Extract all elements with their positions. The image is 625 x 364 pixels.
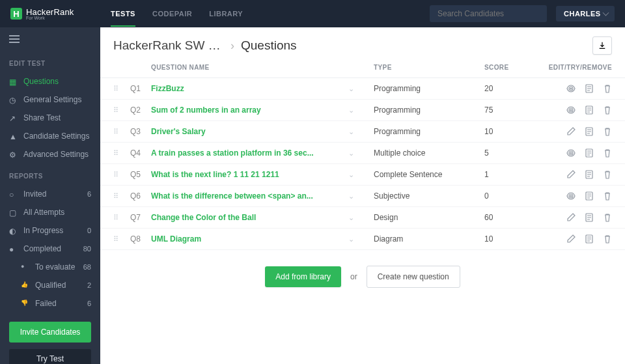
table-row: ⠿ Q3 Driver's Salary ⌄ Programming 10 [100, 121, 625, 143]
search-input[interactable] [430, 5, 547, 22]
download-button[interactable] [592, 36, 612, 55]
sidebar-icon: ● [21, 263, 29, 271]
edit-icon[interactable] [566, 127, 576, 136]
sidebar-subitem-to evaluate[interactable]: ● To evaluate 68 [0, 258, 100, 276]
sidebar-item-in progress[interactable]: ◐ In Progress 0 [0, 221, 100, 240]
chevron-down-icon[interactable]: ⌄ [348, 149, 354, 158]
chevron-down-icon[interactable]: ⌄ [348, 85, 354, 93]
invite-candidates-button[interactable]: Invite Candidates [9, 322, 91, 343]
trash-icon[interactable] [603, 127, 612, 136]
table-row: ⠿ Q1 FizzBuzz ⌄ Programming 20 [100, 78, 625, 100]
trash-icon[interactable] [603, 84, 612, 93]
drag-handle-icon[interactable]: ⠿ [113, 149, 122, 158]
try-icon[interactable] [585, 105, 594, 115]
chevron-down-icon[interactable]: ⌄ [348, 128, 354, 136]
sidebar-item-general settings[interactable]: ◷ General Settings [0, 91, 100, 109]
view-icon[interactable] [566, 105, 576, 115]
try-icon[interactable] [585, 170, 594, 179]
table-row: ⠿ Q8 UML Diagram ⌄ Diagram 10 [100, 229, 625, 250]
create-new-question-button[interactable]: Create new question [367, 266, 460, 288]
sidebar-item-count: 80 [83, 245, 91, 253]
logo[interactable]: H HackerRank For Work [10, 7, 100, 20]
question-name-link[interactable]: What is the next line? 1 11 21 1211 [151, 170, 279, 179]
nav-tab-tests[interactable]: TESTS [111, 1, 135, 27]
sidebar-item-advanced settings[interactable]: ⚙ Advanced Settings [0, 145, 100, 163]
drag-handle-icon[interactable]: ⠿ [113, 85, 122, 93]
question-name-link[interactable]: UML Diagram [151, 234, 201, 244]
question-name-link[interactable]: Driver's Salary [151, 127, 206, 136]
breadcrumb: HackerRank SW Chal... › Questions [100, 27, 625, 64]
drag-handle-icon[interactable]: ⠿ [113, 128, 122, 136]
header-actions: EDIT/TRY/REMOVE [531, 64, 612, 71]
edit-icon[interactable] [566, 234, 576, 244]
try-test-button[interactable]: Try Test [9, 349, 91, 364]
sidebar-item-label: Advanced Settings [23, 150, 91, 159]
chevron-down-icon[interactable]: ⌄ [348, 214, 354, 222]
drag-handle-icon[interactable]: ⠿ [113, 171, 122, 179]
nav-tab-codepair[interactable]: CODEPAIR [152, 1, 192, 27]
try-icon[interactable] [585, 148, 594, 158]
question-name-link[interactable]: Sum of 2 numbers in an array [151, 105, 261, 115]
question-type: Programming [374, 127, 484, 136]
hamburger-icon[interactable] [0, 27, 23, 51]
user-menu[interactable]: CHARLES [556, 6, 615, 21]
question-score: 5 [484, 148, 531, 158]
breadcrumb-test-name[interactable]: HackerRank SW Chal... [113, 38, 224, 53]
sidebar-item-count: 68 [83, 263, 91, 271]
try-icon[interactable] [585, 84, 594, 93]
table-row: ⠿ Q4 A train passes a station platform i… [100, 143, 625, 164]
question-name-link[interactable]: Change the Color of the Ball [151, 213, 256, 222]
drag-handle-icon[interactable]: ⠿ [113, 192, 122, 201]
view-icon[interactable] [566, 84, 576, 93]
drag-handle-icon[interactable]: ⠿ [113, 106, 122, 115]
try-icon[interactable] [585, 213, 594, 222]
trash-icon[interactable] [603, 213, 612, 222]
question-score: 0 [484, 191, 531, 201]
chevron-down-icon[interactable]: ⌄ [348, 235, 354, 244]
add-from-library-button[interactable]: Add from library [265, 266, 341, 287]
sidebar-item-all attempts[interactable]: ▢ All Attempts [0, 203, 100, 221]
sidebar-subitem-qualified[interactable]: 👍 Qualified 2 [0, 276, 100, 294]
edit-icon[interactable] [566, 170, 576, 179]
sidebar-item-share test[interactable]: ↗ Share Test [0, 109, 100, 127]
view-icon[interactable] [566, 191, 576, 201]
question-number: Q3 [130, 127, 151, 136]
sidebar-item-completed[interactable]: ● Completed 80 [0, 240, 100, 258]
question-score: 20 [484, 84, 531, 93]
sidebar-item-candidate settings[interactable]: ▲ Candidate Settings [0, 127, 100, 145]
drag-handle-icon[interactable]: ⠿ [113, 214, 122, 222]
drag-handle-icon[interactable]: ⠿ [113, 235, 122, 244]
question-number: Q5 [130, 170, 151, 179]
nav-tab-library[interactable]: LIBRARY [209, 1, 243, 27]
question-name-link[interactable]: FizzBuzz [151, 84, 184, 93]
header-type: TYPE [374, 64, 484, 71]
chevron-right-icon: › [230, 39, 234, 53]
trash-icon[interactable] [603, 170, 612, 179]
sidebar-item-label: In Progress [23, 226, 81, 235]
sidebar-item-invited[interactable]: ○ Invited 6 [0, 185, 100, 203]
try-icon[interactable] [585, 191, 594, 201]
try-icon[interactable] [585, 234, 594, 244]
trash-icon[interactable] [603, 234, 612, 244]
question-score: 1 [484, 170, 531, 179]
question-name-link[interactable]: What is the difference between <span> an… [151, 191, 313, 201]
view-icon[interactable] [566, 148, 576, 158]
question-score: 10 [484, 234, 531, 244]
sidebar-icon: ◷ [9, 96, 17, 104]
chevron-down-icon[interactable]: ⌄ [348, 171, 354, 179]
chevron-down-icon[interactable]: ⌄ [348, 192, 354, 201]
sidebar-subitem-failed[interactable]: 👎 Failed 6 [0, 294, 100, 313]
trash-icon[interactable] [603, 148, 612, 158]
table-row: ⠿ Q5 What is the next line? 1 11 21 1211… [100, 164, 625, 186]
trash-icon[interactable] [603, 191, 612, 201]
question-name-link[interactable]: A train passes a station platform in 36 … [151, 148, 314, 158]
logo-badge: H [10, 8, 22, 20]
sidebar-item-questions[interactable]: ▦ Questions [0, 72, 100, 91]
sidebar-icon: ↗ [9, 114, 17, 122]
question-type: Complete Sentence [374, 170, 484, 179]
try-icon[interactable] [585, 127, 594, 136]
table-row: ⠿ Q2 Sum of 2 numbers in an array ⌄ Prog… [100, 100, 625, 121]
trash-icon[interactable] [603, 105, 612, 115]
edit-icon[interactable] [566, 213, 576, 222]
chevron-down-icon[interactable]: ⌄ [348, 106, 354, 115]
